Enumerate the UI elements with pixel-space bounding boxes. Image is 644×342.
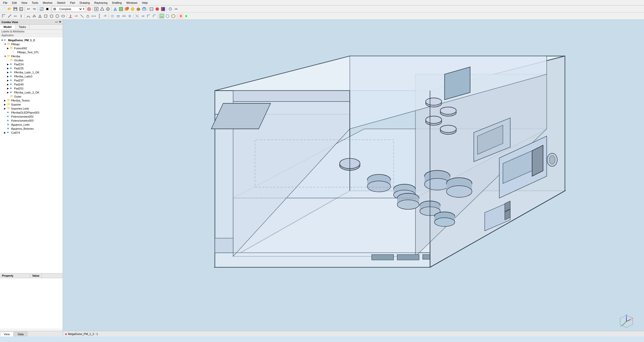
tb-btn-11[interactable] bbox=[154, 6, 160, 12]
menu-view[interactable]: View bbox=[19, 1, 29, 5]
tree-arrow-root[interactable]: ▼ bbox=[1, 39, 4, 41]
menu-file[interactable]: File bbox=[1, 1, 10, 5]
tab-view[interactable]: View bbox=[0, 332, 14, 336]
tree-arrow-parriba-lado3[interactable]: ▶ bbox=[7, 75, 10, 78]
stop-button[interactable]: ⏹ bbox=[45, 6, 50, 12]
tab-tasks[interactable]: Tasks bbox=[15, 25, 30, 29]
tb2-lock[interactable] bbox=[85, 13, 91, 19]
tree-item-soporte[interactable]: ▶ 📁 Soporte bbox=[0, 103, 63, 107]
view-front[interactable]: A3 bbox=[159, 13, 165, 19]
nav-cube[interactable]: X Z Y bbox=[619, 314, 634, 329]
tree-arrow-parriba[interactable]: ▼ bbox=[4, 55, 7, 58]
redo-button[interactable]: ↪ bbox=[31, 6, 37, 12]
open-button[interactable]: 📂 bbox=[7, 6, 12, 12]
combo-minimize-btn[interactable]: — bbox=[55, 20, 58, 24]
menu-drawing[interactable]: Drawing bbox=[77, 1, 92, 5]
tb2-btn-trim[interactable] bbox=[134, 13, 140, 19]
tb2-btn-perp[interactable] bbox=[102, 13, 108, 19]
menu-edit[interactable]: Edit bbox=[10, 1, 19, 5]
tb-btn-4[interactable] bbox=[112, 6, 118, 12]
macro-button[interactable] bbox=[86, 6, 92, 12]
tb2-btn-chamfer[interactable] bbox=[152, 13, 157, 19]
workbench-dropdown-container[interactable]: ⚙ Complete ▼ bbox=[52, 6, 86, 12]
tree-arrow-pabajo[interactable]: ▼ bbox=[4, 43, 7, 45]
menu-part[interactable]: Part bbox=[68, 1, 77, 5]
menu-raytracing[interactable]: Raytracing bbox=[92, 1, 110, 5]
tree-item-pabajo-test[interactable]: ▪ PAbajo_Test_STL bbox=[0, 50, 63, 54]
tb2-btn-10[interactable] bbox=[55, 13, 60, 19]
menu-sketch[interactable]: Sketch bbox=[55, 1, 68, 5]
combo-close-btn[interactable]: ✕ bbox=[59, 20, 61, 24]
tb2-btn-parallel[interactable] bbox=[110, 13, 115, 19]
tb2-btn-sym[interactable] bbox=[121, 13, 127, 19]
menu-tools[interactable]: Tools bbox=[30, 1, 40, 5]
tree-item-pad251[interactable]: ▶ ■ Pad251 bbox=[0, 86, 63, 90]
tree-arrow-pad224[interactable]: ▶ bbox=[7, 63, 10, 66]
menu-help[interactable]: Help bbox=[140, 1, 150, 5]
tb2-btn-fillet[interactable] bbox=[146, 13, 151, 19]
tb2-btn-2[interactable] bbox=[7, 13, 12, 19]
tb2-btn-11[interactable] bbox=[60, 13, 66, 19]
tree-arrow-cut074[interactable]: ▶ bbox=[4, 131, 7, 134]
view-top[interactable] bbox=[165, 13, 170, 19]
tb-btn-8[interactable] bbox=[136, 6, 141, 12]
refresh-button[interactable]: 🔄 bbox=[39, 6, 44, 12]
tree-arrow-parriba-textos[interactable]: ▶ bbox=[4, 99, 7, 102]
tb2-btn-6[interactable] bbox=[31, 13, 37, 19]
tree-item-parriba[interactable]: ▼ 📁 PArriba bbox=[0, 54, 63, 58]
nav-prev[interactable] bbox=[178, 13, 183, 19]
tb-btn-1[interactable] bbox=[94, 6, 99, 12]
tab-data[interactable]: Data bbox=[14, 332, 27, 336]
tree-arrow-fusion062[interactable]: ▶ bbox=[7, 47, 10, 50]
tb2-btn-dim1[interactable]: h bbox=[68, 13, 73, 19]
tree-item-ocultos[interactable]: 📁 Ocultos bbox=[0, 58, 63, 62]
tree-item-pad237[interactable]: ▶ ■ Pad237 bbox=[0, 78, 63, 82]
tb2-btn-8[interactable] bbox=[43, 13, 49, 19]
tree-arrow-parriba-lado1[interactable]: ▶ bbox=[7, 71, 10, 74]
tree-item-pad240[interactable]: ▶ ■ Pad240 bbox=[0, 82, 63, 86]
nav-next[interactable] bbox=[184, 13, 189, 19]
tree-item-parriba-lado1[interactable]: ▶ ■ PArriba_Lado_1_OK bbox=[0, 70, 63, 74]
viewport[interactable]: X Z Y ● MegaDuino_PM_1_2 : 1 bbox=[63, 20, 644, 336]
tree-item-agujeros-botones[interactable]: ◆ Agujeros_Botones bbox=[0, 127, 63, 131]
tb-btn-2[interactable] bbox=[99, 6, 105, 12]
tab-model[interactable]: Model bbox=[0, 25, 15, 29]
tb-btn-5[interactable] bbox=[118, 6, 124, 12]
menu-drafting[interactable]: Drafting bbox=[110, 1, 124, 5]
tb2-btn-dim2[interactable]: v bbox=[73, 13, 79, 19]
tree-item-fusion062[interactable]: ▶ 📁 Fusion062 bbox=[0, 46, 63, 50]
undo-button[interactable]: ↩ bbox=[26, 6, 31, 12]
tb-btn-9[interactable] bbox=[141, 6, 147, 12]
tb2-btn-dim3[interactable] bbox=[79, 13, 85, 19]
tree-item-cut074[interactable]: ▶ ■ Cut074 bbox=[0, 131, 63, 135]
workbench-dropdown[interactable]: Complete bbox=[57, 7, 83, 12]
tree-item-guias[interactable]: 📁 Guias bbox=[0, 94, 63, 99]
tb2-btn-horz[interactable] bbox=[91, 13, 96, 19]
save-button[interactable]: 💾 bbox=[13, 6, 18, 12]
tree-arrow-soporte[interactable]: ▶ bbox=[4, 103, 7, 106]
tb2-btn-4[interactable] bbox=[18, 13, 24, 19]
new-button[interactable]: 📄 bbox=[1, 6, 7, 12]
tb-btn-7[interactable] bbox=[130, 6, 135, 12]
tb-btn-snap2[interactable] bbox=[173, 6, 179, 12]
tree-item-potenciometro002[interactable]: ■ Potenciometro002 bbox=[0, 115, 63, 119]
tree-arrow-soportes-leds[interactable]: ▶ bbox=[4, 107, 7, 110]
tree-item-agujeros-leds[interactable]: ◆ Agujeros_Leds bbox=[0, 123, 63, 127]
tree-arrow-parriba-lado2[interactable]: ▶ bbox=[7, 91, 10, 94]
tb2-btn-5[interactable] bbox=[26, 13, 31, 19]
tb-btn-6[interactable] bbox=[124, 6, 130, 12]
tree-item-pad225[interactable]: ▶ ■ Pad225 bbox=[0, 66, 63, 70]
menu-meshes[interactable]: Meshes bbox=[41, 1, 55, 5]
tree-item-parriba-lado2[interactable]: ▶ ■ PArriba_Lado_2_OK bbox=[0, 90, 63, 94]
tree-arrow-pad251[interactable]: ▶ bbox=[7, 87, 10, 90]
view-iso[interactable] bbox=[171, 13, 176, 19]
tree-arrow-pad237[interactable]: ▶ bbox=[7, 79, 10, 82]
tree-item-potenciometro003[interactable]: ■ Potenciometro003 bbox=[0, 119, 63, 123]
tree-arrow-pad225[interactable]: ▶ bbox=[7, 67, 10, 70]
tb2-btn-1[interactable] bbox=[1, 13, 7, 19]
tb2-btn-coinc[interactable] bbox=[127, 13, 133, 19]
tree-item-soportes-leds[interactable]: ▶ 📁 Soportes Leds bbox=[0, 107, 63, 111]
tb2-btn-3[interactable] bbox=[13, 13, 18, 19]
saveas-button[interactable] bbox=[18, 6, 24, 12]
tb-btn-10[interactable] bbox=[149, 6, 154, 12]
